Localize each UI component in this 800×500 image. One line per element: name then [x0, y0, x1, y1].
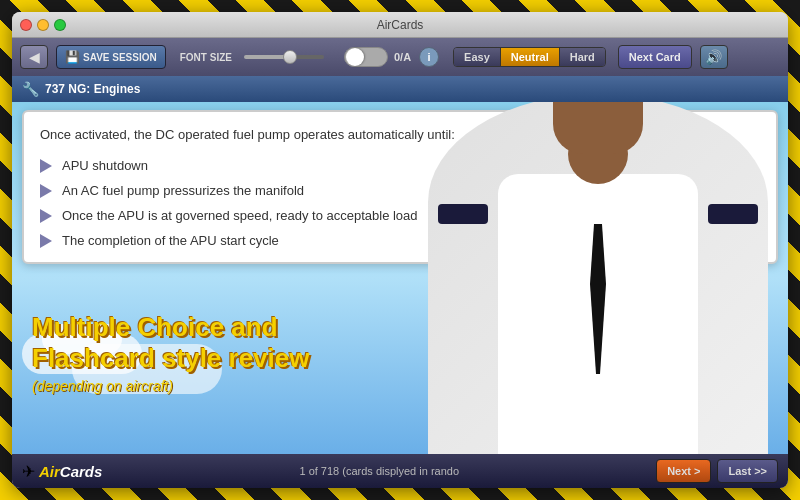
play-icon-3	[40, 209, 52, 223]
pilot-epaulette-left	[438, 204, 488, 224]
toggle-container[interactable]: 0/A	[344, 47, 411, 67]
hazard-border: AirCards ◀ 💾 SAVE SESSION FONT SIZE 0/A …	[0, 0, 800, 500]
progress-text: 1 of 718 (cards displyed in rando	[102, 465, 656, 477]
last-button[interactable]: Last >>	[717, 459, 778, 483]
toggle-label: 0/A	[394, 51, 411, 63]
content-area: Once activated, the DC operated fuel pum…	[12, 102, 788, 454]
answer-text-3: Once the APU is at governed speed, ready…	[62, 208, 418, 223]
next-button[interactable]: Next >	[656, 459, 711, 483]
info-button[interactable]: i	[419, 47, 439, 67]
promo-section: Multiple Choice andFlashcard style revie…	[32, 312, 368, 394]
difficulty-group: Easy Neutral Hard	[453, 47, 606, 67]
aircards-logo: ✈ AirCards	[22, 462, 102, 481]
pilot-head	[553, 102, 643, 154]
answer-text-2: An AC fuel pump pressurizes the manifold	[62, 183, 304, 198]
main-window: AirCards ◀ 💾 SAVE SESSION FONT SIZE 0/A …	[12, 12, 788, 488]
promo-subtitle: (depending on aircraft)	[32, 378, 368, 394]
play-icon-2	[40, 184, 52, 198]
window-controls	[20, 19, 66, 31]
toggle-knob	[346, 48, 364, 66]
play-icon-1	[40, 159, 52, 173]
status-bar: ✈ AirCards 1 of 718 (cards displyed in r…	[12, 454, 788, 488]
neutral-button[interactable]: Neutral	[501, 48, 560, 66]
deck-bar: 🔧 737 NG: Engines	[12, 76, 788, 102]
easy-button[interactable]: Easy	[454, 48, 501, 66]
title-bar: AirCards	[12, 12, 788, 38]
toggle-track[interactable]	[344, 47, 388, 67]
font-size-label: FONT SIZE	[180, 52, 232, 63]
nav-buttons: Next > Last >>	[656, 459, 778, 483]
toolbar: ◀ 💾 SAVE SESSION FONT SIZE 0/A i Easy Ne…	[12, 38, 788, 76]
minimize-button[interactable]	[37, 19, 49, 31]
save-session-button[interactable]: 💾 SAVE SESSION	[56, 45, 166, 69]
next-card-button[interactable]: Next Card	[618, 45, 692, 69]
answer-text-1: APU shutdown	[62, 158, 148, 173]
promo-title: Multiple Choice andFlashcard style revie…	[32, 312, 368, 374]
pilot-area	[408, 102, 788, 454]
logo-text: AirCards	[39, 463, 102, 480]
logo-icon: ✈	[22, 462, 35, 481]
back-button[interactable]: ◀	[20, 45, 48, 69]
pilot-figure	[428, 102, 768, 454]
deck-label: 737 NG: Engines	[45, 82, 140, 96]
save-session-label: SAVE SESSION	[83, 52, 157, 63]
pilot-epaulette-right	[708, 204, 758, 224]
font-size-thumb[interactable]	[283, 50, 297, 64]
save-icon: 💾	[65, 50, 80, 64]
window-title: AirCards	[377, 18, 424, 32]
maximize-button[interactable]	[54, 19, 66, 31]
answer-text-4: The completion of the APU start cycle	[62, 233, 279, 248]
logo-accent: Air	[39, 463, 60, 480]
deck-icon: 🔧	[22, 81, 39, 97]
font-size-slider[interactable]	[244, 55, 324, 59]
speaker-button[interactable]: 🔊	[700, 45, 728, 69]
close-button[interactable]	[20, 19, 32, 31]
play-icon-4	[40, 234, 52, 248]
hard-button[interactable]: Hard	[560, 48, 605, 66]
